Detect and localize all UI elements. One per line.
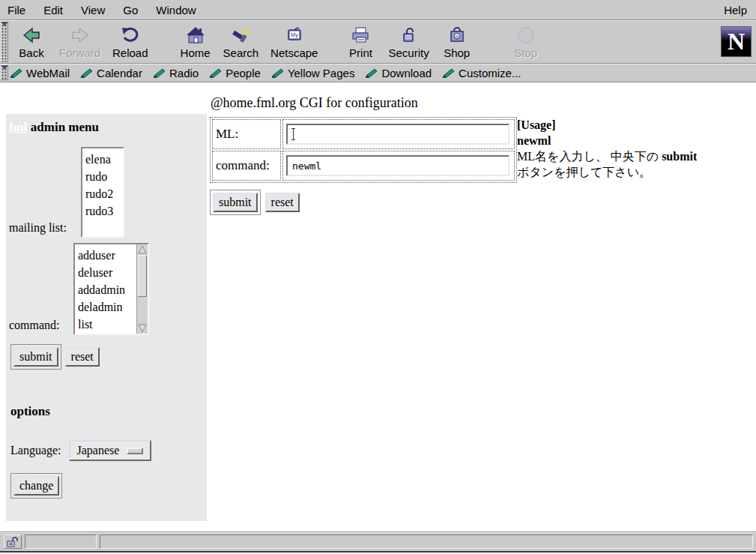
scrollbar-thumb[interactable]: [138, 255, 147, 297]
security-padlock-icon: [399, 24, 419, 46]
language-value: Japanese: [77, 444, 120, 457]
netscape-label: Netscape: [270, 46, 318, 59]
print-label: Print: [349, 46, 372, 59]
bookmark-people[interactable]: People: [209, 67, 261, 79]
page-title: @home.fml.org CGI for configuration: [211, 95, 418, 111]
form-button-row: submit reset: [210, 190, 517, 215]
command-input[interactable]: newml: [286, 155, 509, 176]
bookmark-icon: [442, 68, 455, 78]
my-netscape-tv-icon: My: [285, 24, 304, 46]
netscape-logo-letter: N: [722, 28, 751, 55]
bookmark-webmail-label: WebMail: [26, 67, 70, 79]
security-indicator-button[interactable]: [4, 535, 22, 549]
form-submit-focus-frame: submit: [210, 190, 261, 215]
form-table: ML: command: newml: [210, 117, 517, 183]
bookmark-icon: [365, 68, 378, 78]
mailing-list-select[interactable]: elena rudo rudo2 rudo3: [81, 147, 124, 238]
sidebar-submit-focus-frame: submit: [10, 344, 61, 370]
admin-menu-heading: admin menu: [31, 120, 99, 134]
reload-button[interactable]: Reload: [106, 22, 154, 61]
sidebar-heading: fml admin menu: [9, 120, 204, 135]
browser-window: File Edit View Go Window Help Back Forwa…: [0, 0, 756, 554]
command-option[interactable]: adduser: [75, 247, 136, 264]
status-message-panel: [100, 535, 753, 549]
command-option[interactable]: addadmin: [75, 281, 136, 298]
language-label: Language:: [10, 444, 61, 457]
progress-panel: [25, 535, 97, 549]
mailing-list-option[interactable]: elena: [82, 151, 123, 168]
options-heading: options: [10, 404, 204, 419]
bookmark-customize[interactable]: Customize...: [442, 67, 521, 79]
mailing-list-option[interactable]: rudo: [82, 168, 123, 185]
command-option[interactable]: list: [75, 316, 136, 333]
bookmark-webmail[interactable]: WebMail: [10, 67, 70, 79]
ml-label: ML:: [212, 119, 281, 149]
stop-label: Stop: [514, 46, 537, 59]
form-reset-button[interactable]: reset: [265, 193, 300, 212]
print-button[interactable]: Print: [339, 22, 382, 61]
bookmark-yellow-pages[interactable]: Yellow Pages: [271, 67, 355, 79]
scroll-up-icon[interactable]: [138, 245, 147, 254]
svg-text:@: @: [455, 34, 459, 39]
sidebar-reset-button[interactable]: reset: [65, 347, 100, 367]
command-option[interactable]: deladmin: [75, 298, 136, 316]
home-button[interactable]: Home: [174, 22, 217, 61]
home-icon: [186, 24, 205, 46]
ml-input[interactable]: [286, 124, 509, 145]
mailing-list-option[interactable]: rudo2: [82, 185, 123, 202]
command-input-value: newml: [288, 160, 321, 172]
language-row: Language: Japanese: [10, 440, 204, 461]
mailing-list-label: mailing list:: [9, 221, 81, 238]
mailing-list-option[interactable]: rudo3: [82, 202, 123, 220]
usage-line1-bold: submit: [662, 150, 697, 163]
bookmark-radio-label: Radio: [169, 67, 199, 79]
menu-help[interactable]: Help: [724, 4, 747, 16]
search-label: Search: [223, 46, 259, 59]
change-button[interactable]: change: [13, 476, 59, 496]
menu-edit[interactable]: Edit: [43, 4, 63, 16]
command-select[interactable]: adduser deluser addadmin deladmin list: [73, 243, 149, 335]
personal-toolbar: WebMail Calendar Radio People Yellow Pag…: [0, 64, 756, 82]
language-dropdown[interactable]: Japanese: [69, 440, 152, 461]
sidebar-submit-button[interactable]: submit: [13, 347, 58, 367]
bookmark-radio[interactable]: Radio: [153, 67, 199, 79]
form-submit-button[interactable]: submit: [213, 193, 258, 212]
reload-label: Reload: [112, 46, 148, 59]
menu-view[interactable]: View: [81, 4, 105, 16]
usage-command: newml: [517, 133, 751, 148]
back-arrow-icon: [22, 24, 41, 46]
window-bottom-edge: [0, 551, 756, 553]
open-padlock-icon: [7, 536, 19, 547]
netscape-logo[interactable]: N: [721, 26, 752, 57]
mailing-list-row: mailing list: elena rudo rudo2 rudo3: [9, 147, 204, 238]
back-label: Back: [19, 46, 43, 59]
menu-go[interactable]: Go: [123, 4, 138, 16]
bookmark-download[interactable]: Download: [365, 67, 432, 79]
command-select-scrollbar[interactable]: [136, 244, 148, 334]
menu-window[interactable]: Window: [156, 4, 196, 16]
my-netscape-button[interactable]: My Netscape: [264, 22, 324, 61]
bookmark-icon: [209, 68, 222, 78]
fml-link[interactable]: fml: [9, 120, 28, 134]
navigation-toolbar: Back Forward Reload Home Search: [0, 20, 756, 64]
personal-toolbar-grip-handle[interactable]: [1, 64, 8, 80]
command-option[interactable]: deluser: [75, 264, 136, 281]
bookmark-yellow-pages-label: Yellow Pages: [288, 67, 355, 79]
security-button[interactable]: Security: [382, 22, 435, 61]
change-focus-frame: change: [10, 473, 62, 499]
bookmark-calendar[interactable]: Calendar: [80, 67, 142, 79]
newml-form: ML: command: newml: [210, 117, 517, 215]
toolbar-grip-handle[interactable]: [1, 21, 8, 62]
usage-line1: ML名を入力し、 中央下の submit: [517, 148, 751, 164]
stop-icon: [516, 24, 536, 46]
scroll-down-icon[interactable]: [138, 324, 147, 333]
svg-text:My: My: [291, 32, 298, 38]
search-button[interactable]: Search: [217, 22, 265, 61]
table-row: ML:: [212, 119, 515, 149]
bookmark-calendar-label: Calendar: [97, 67, 142, 79]
shop-button[interactable]: @ Shop: [435, 22, 479, 61]
menu-file[interactable]: File: [7, 4, 25, 16]
back-button[interactable]: Back: [10, 22, 53, 61]
command-label: command:: [212, 151, 281, 181]
stop-button: Stop: [504, 22, 548, 61]
